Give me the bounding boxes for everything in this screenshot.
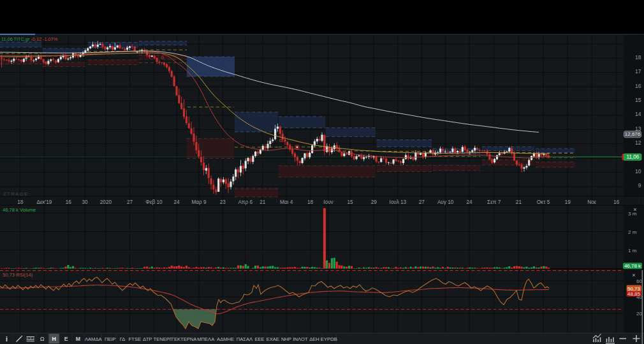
svg-text:ΔΕΗ: ΔΕΗ — [309, 336, 319, 342]
svg-text:Οκτ 5: Οκτ 5 — [537, 199, 550, 205]
svg-text:ΓΔ: ΓΔ — [120, 336, 126, 342]
svg-text:i: i — [6, 335, 8, 343]
svg-text:2020: 2020 — [100, 199, 112, 205]
svg-text:ΠΑΣΑΛ: ΠΑΣΑΛ — [237, 336, 253, 342]
svg-text:21: 21 — [516, 199, 522, 205]
svg-text:46,78 k: 46,78 k — [624, 263, 641, 269]
svg-text:Απρ 6: Απρ 6 — [238, 199, 252, 205]
svg-text:2 m: 2 m — [628, 229, 637, 235]
svg-text:Ιουλ 13: Ιουλ 13 — [389, 199, 406, 205]
svg-text:ΕΧΑΕ: ΕΧΑΕ — [267, 336, 279, 342]
svg-text:Μαρ 9: Μαρ 9 — [191, 199, 206, 205]
svg-text:19: 19 — [565, 199, 571, 205]
svg-text:18: 18 — [635, 54, 641, 61]
svg-text:16: 16 — [635, 83, 641, 89]
svg-text:ΑΔΜΗΕ: ΑΔΜΗΕ — [217, 336, 234, 342]
svg-text:×: × — [633, 206, 636, 213]
svg-text:15: 15 — [635, 97, 641, 103]
svg-text:1 m: 1 m — [628, 248, 637, 254]
svg-text:24: 24 — [467, 199, 473, 205]
svg-text:27: 27 — [127, 199, 133, 205]
svg-text:11,06 TITC.gr -0,12 -1,07%: 11,06 TITC.gr -0,12 -1,07% — [1, 36, 58, 42]
svg-text:Φεβ 10: Φεβ 10 — [145, 199, 163, 205]
svg-text:23: 23 — [220, 199, 226, 205]
svg-text:9: 9 — [638, 182, 641, 189]
svg-text:12,676: 12,676 — [625, 131, 641, 137]
svg-text:46,78 k Volume: 46,78 k Volume — [3, 207, 36, 213]
svg-text:27: 27 — [419, 199, 425, 205]
svg-text:ΓΕΚΤΕΡΝΑ: ΓΕΚΤΕΡΝΑ — [172, 336, 198, 342]
svg-text:30: 30 — [82, 199, 88, 205]
svg-text:15: 15 — [347, 199, 353, 205]
svg-text:17: 17 — [635, 68, 641, 75]
svg-text:Αυγ 10: Αυγ 10 — [437, 199, 454, 205]
svg-text:Δεκ'19: Δεκ'19 — [36, 199, 52, 205]
svg-text:ZTRADE:: ZTRADE: — [3, 191, 31, 197]
svg-text:Op,13: Op,13 — [23, 55, 34, 59]
svg-text:13: 13 — [635, 125, 641, 132]
svg-text:ΝΗΡ: ΝΗΡ — [281, 336, 291, 342]
svg-text:48,85: 48,85 — [627, 291, 641, 297]
svg-text:Μ: Μ — [76, 336, 80, 342]
svg-text:ΔΤΡ: ΔΤΡ — [143, 336, 152, 342]
svg-text:14: 14 — [635, 111, 641, 117]
svg-text:Ε: Ε — [64, 336, 68, 342]
svg-text:Ιουν: Ιουν — [323, 199, 333, 205]
svg-text:ΠΕΙΡ: ΠΕΙΡ — [105, 336, 116, 342]
svg-text:18: 18 — [307, 199, 314, 205]
svg-text:×: × — [632, 272, 635, 278]
svg-text:12: 12 — [635, 140, 641, 146]
svg-text:ΕΥΡΩΒ: ΕΥΡΩΒ — [321, 336, 337, 342]
svg-text:Ω: Ω — [40, 336, 45, 342]
svg-text:60: 60 — [636, 278, 642, 284]
svg-text:24: 24 — [173, 199, 180, 205]
svg-text:10: 10 — [635, 168, 641, 175]
svg-text:11,06: 11,06 — [627, 154, 640, 160]
svg-text:18: 18 — [17, 199, 24, 205]
svg-text:Μαι 4: Μαι 4 — [280, 199, 293, 205]
svg-text:Σεπ 7: Σεπ 7 — [487, 199, 501, 205]
svg-text:29: 29 — [371, 199, 377, 205]
svg-text:Η: Η — [52, 336, 55, 342]
svg-text:ΙΝΛΟΤ: ΙΝΛΟΤ — [293, 336, 307, 342]
svg-text:ΛΑΜΔΑ: ΛΑΜΔΑ — [85, 336, 103, 342]
svg-text:Νοε: Νοε — [587, 199, 596, 205]
svg-text:ΤΕΝΕΡΓ: ΤΕΝΕΡΓ — [154, 336, 173, 342]
svg-text:16: 16 — [613, 199, 620, 205]
svg-text:FTSE: FTSE — [129, 336, 141, 342]
svg-text:50,73: 50,73 — [627, 286, 641, 292]
svg-text:50,73 RSI(14): 50,73 RSI(14) — [3, 272, 33, 278]
svg-text:21: 21 — [260, 199, 266, 205]
svg-text:20: 20 — [636, 311, 642, 317]
svg-text:ΕΕΕ: ΕΕΕ — [254, 336, 264, 342]
svg-text:16: 16 — [66, 199, 72, 205]
svg-text:ΜΠΕΛΑ: ΜΠΕΛΑ — [197, 336, 215, 342]
